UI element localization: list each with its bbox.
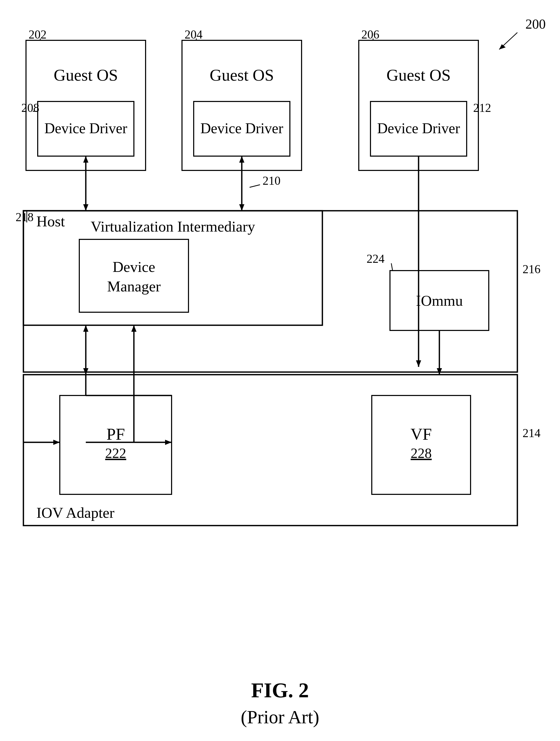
virt-intermediary-text: Virtualization Intermediary <box>91 218 255 235</box>
iov-adapter-text: IOV Adapter <box>36 504 114 521</box>
host-text: Host <box>36 213 65 230</box>
device-manager-text2: Manager <box>107 278 161 295</box>
arrow-left-pf-head <box>53 440 60 445</box>
ref-204-label: 204 <box>184 28 203 41</box>
fig-title: FIG. 2 <box>251 679 309 702</box>
ref-200-label: 200 <box>526 17 546 31</box>
guest-os-3-box <box>359 40 478 171</box>
device-driver-2-text: Device Driver <box>201 120 284 136</box>
guest-os-1-box <box>26 40 146 171</box>
vf-box <box>372 396 471 494</box>
arrow-dd1-vi-up <box>83 156 88 162</box>
fig-subtitle: (Prior Art) <box>241 706 319 728</box>
vf-text: VF <box>410 425 432 443</box>
guest-os-1-text: Guest OS <box>54 66 118 84</box>
ref-222-label: 222 <box>105 446 126 461</box>
ref-210-line <box>250 185 260 187</box>
ref-202-label: 202 <box>28 28 47 41</box>
pf-text: PF <box>106 425 125 443</box>
arrow-dd2-vi-down <box>239 204 244 211</box>
guest-os-3-text: Guest OS <box>386 66 451 84</box>
ref-200-arrowhead <box>499 44 506 50</box>
ref-218-label: 218 <box>16 210 33 224</box>
device-manager-text1: Device <box>112 258 155 275</box>
device-driver-3-text: Device Driver <box>377 120 460 136</box>
arrow-dd3-iommu-head <box>416 360 421 367</box>
pf-box <box>60 396 172 494</box>
h-connector-pf-head <box>165 440 172 445</box>
arrow-dm-up1 <box>83 325 88 332</box>
ref-214-label: 214 <box>523 426 541 440</box>
iommu-text: IOmmu <box>416 292 463 309</box>
device-manager-box <box>79 240 188 312</box>
ref-212-label: 212 <box>473 101 491 115</box>
arrow-dm-up2 <box>131 325 137 332</box>
iov-adapter-box <box>23 375 517 526</box>
ref-210-label: 210 <box>262 174 281 187</box>
device-driver-1-text: Device Driver <box>45 120 128 136</box>
guest-os-2-box <box>182 40 302 171</box>
ref-206-label: 206 <box>362 28 379 41</box>
arrow-dd1-vi-down <box>83 204 88 211</box>
guest-os-2-text: Guest OS <box>210 66 274 84</box>
ref-208-label: 208 <box>21 101 39 115</box>
arrow-dd2-vi-up <box>239 156 244 162</box>
ref-224-line <box>391 263 393 271</box>
ref-224-label: 224 <box>367 252 385 265</box>
ref-216-label: 216 <box>523 263 541 276</box>
ref-228-label: 228 <box>411 446 432 461</box>
host-outer-box <box>23 211 517 372</box>
